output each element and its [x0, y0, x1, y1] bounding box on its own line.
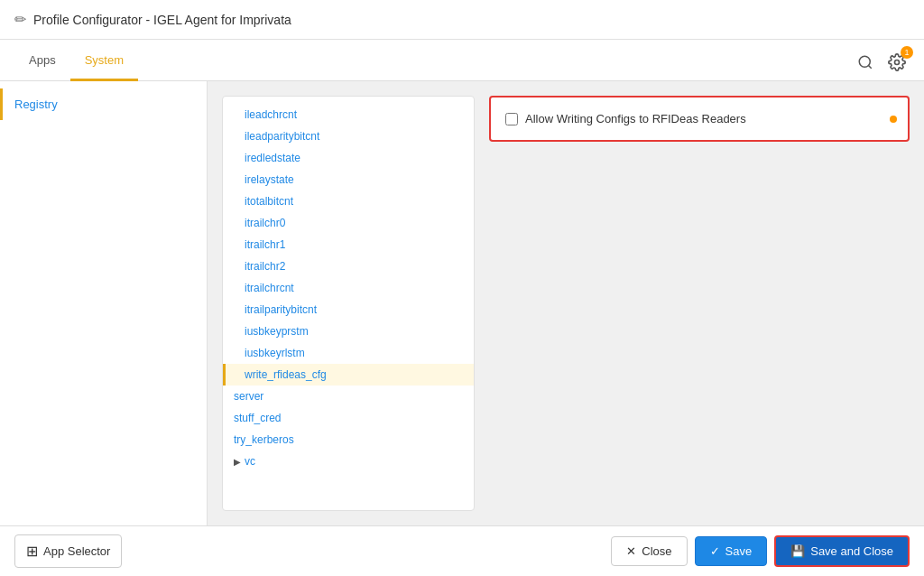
sidebar-item-registry[interactable]: Registry	[0, 88, 207, 120]
tree-panel: ileadchrcnt ileadparitybitcnt iredledsta…	[222, 96, 475, 511]
title-bar: ✏ Profile Configurator - IGEL Agent for …	[0, 0, 924, 40]
tab-bar: Apps System 1	[0, 40, 924, 81]
tree-item-iusbkeyrlstm[interactable]: iusbkeyrlstm	[223, 342, 474, 364]
allow-writing-checkbox[interactable]	[505, 113, 518, 125]
tree-item-write-rfideas-cfg[interactable]: write_rfideas_cfg	[223, 364, 474, 386]
tree-item-itrailparitybitcnt[interactable]: itrailparitybitcnt	[223, 299, 474, 321]
tree-item-ileadchrcnt[interactable]: ileadchrcnt	[223, 104, 474, 125]
content-area: ileadchrcnt ileadparitybitcnt iredledsta…	[208, 81, 924, 525]
tab-apps[interactable]: Apps	[14, 41, 70, 81]
close-icon: ✕	[626, 544, 636, 558]
app-selector-label: App Selector	[43, 544, 110, 558]
tree-item-ileadparitybitcnt[interactable]: ileadparitybitcnt	[223, 125, 474, 147]
tree-item-stuff-cred[interactable]: stuff_cred	[223, 407, 474, 429]
save-icon: 💾	[790, 544, 805, 558]
toolbar-actions: 1	[854, 50, 910, 80]
save-button[interactable]: ✓ Save	[695, 536, 768, 566]
tree-item-itotalbitcnt[interactable]: itotalbitcnt	[223, 190, 474, 212]
footer: ⊞ App Selector ✕ Close ✓ Save 💾 Save and…	[0, 525, 924, 576]
pencil-icon: ✏	[14, 11, 26, 28]
tree-item-itrailchr1[interactable]: itrailchr1	[223, 234, 474, 255]
main-layout: Registry ileadchrcnt ileadparitybitcnt i…	[0, 81, 924, 525]
tree-item-iredledstate[interactable]: iredledstate	[223, 147, 474, 169]
allow-writing-label[interactable]: Allow Writing Configs to RFIDeas Readers	[505, 112, 746, 125]
footer-right: ✕ Close ✓ Save 💾 Save and Close	[611, 535, 910, 567]
tree-item-vc[interactable]: ▶ vc	[223, 451, 474, 472]
chevron-right-icon: ▶	[234, 457, 241, 467]
notifications-area: 1	[884, 50, 910, 75]
svg-line-1	[868, 65, 871, 68]
app-title: Profile Configurator - IGEL Agent for Im…	[33, 13, 291, 27]
save-close-button[interactable]: 💾 Save and Close	[774, 535, 910, 567]
tree-item-itrailchrcnt[interactable]: itrailchrcnt	[223, 277, 474, 299]
app-selector-button[interactable]: ⊞ App Selector	[14, 534, 122, 568]
allow-writing-configs-box: Allow Writing Configs to RFIDeas Readers	[489, 96, 910, 142]
tree-item-try-kerberos[interactable]: try_kerberos	[223, 429, 474, 451]
close-button[interactable]: ✕ Close	[611, 536, 687, 566]
svg-point-0	[859, 56, 870, 67]
search-button[interactable]	[854, 51, 877, 74]
tab-system[interactable]: System	[70, 41, 138, 81]
app-selector-icon: ⊞	[26, 543, 38, 560]
tree-item-server[interactable]: server	[223, 386, 474, 407]
sidebar: Registry	[0, 81, 208, 525]
orange-dot-indicator	[890, 116, 897, 123]
check-icon: ✓	[710, 544, 720, 558]
tree-item-irelaystate[interactable]: irelaystate	[223, 169, 474, 190]
settings-panel: Allow Writing Configs to RFIDeas Readers	[489, 96, 910, 511]
sidebar-item-label: Registry	[14, 98, 58, 111]
tree-item-itrailchr2[interactable]: itrailchr2	[223, 255, 474, 277]
svg-point-2	[895, 60, 900, 65]
notification-count: 1	[901, 46, 913, 59]
tree-item-iusbkeyprstm[interactable]: iusbkeyprstm	[223, 321, 474, 342]
tree-item-itrailchr0[interactable]: itrailchr0	[223, 212, 474, 234]
footer-left: ⊞ App Selector	[14, 534, 122, 568]
